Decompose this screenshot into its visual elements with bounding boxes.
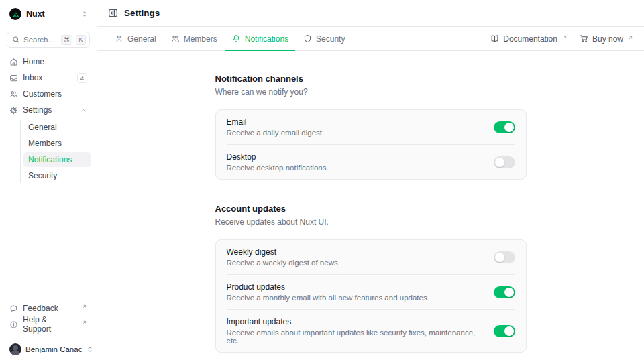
external-link-icon (82, 320, 87, 325)
cart-icon (580, 34, 588, 43)
external-link-icon (628, 35, 633, 40)
workspace-name: Nuxt (26, 9, 76, 19)
sidebar-item-label: Settings (23, 105, 75, 115)
nuxt-logo-icon (9, 8, 21, 20)
users-icon (9, 90, 18, 99)
gear-icon (9, 106, 18, 115)
sidebar-item-members[interactable]: Members (23, 136, 91, 151)
chevron-up-icon (80, 107, 87, 114)
link-label: Buy now (592, 34, 623, 44)
section-title: Notification channels (215, 74, 527, 84)
setting-label: Important updates (227, 317, 483, 326)
section-notification-channels: Notification channels Where can we notif… (215, 74, 527, 180)
setting-description: Receive a daily email digest. (227, 129, 483, 137)
speech-bubble-icon (9, 304, 18, 313)
sidebar-item-customers[interactable]: Customers (5, 86, 91, 101)
buy-now-link[interactable]: Buy now (580, 34, 633, 44)
setting-texts: Product updates Receive a monthly email … (227, 282, 483, 302)
tab-label: Security (316, 34, 345, 44)
panel-left-close-icon (108, 8, 118, 18)
important-updates-toggle[interactable] (494, 325, 515, 337)
sidebar-item-inbox[interactable]: Inbox 4 (5, 70, 91, 85)
settings-column: Notification channels Where can we notif… (215, 74, 527, 353)
setting-description: Receive a monthly email with all new fea… (227, 294, 483, 302)
chevron-updown-icon (80, 10, 89, 18)
user-menu[interactable]: Benjamin Canac (5, 337, 91, 357)
user-name: Benjamin Canac (25, 345, 82, 353)
inbox-count-badge: 4 (77, 73, 87, 83)
sidebar-item-label: Home (23, 57, 87, 66)
email-toggle[interactable] (494, 121, 515, 133)
setting-description: Receive a weekly digest of news. (227, 259, 483, 267)
setting-label: Email (227, 117, 483, 127)
setting-texts: Desktop Receive desktop notifications. (227, 152, 483, 172)
sidebar-item-general[interactable]: General (23, 120, 91, 135)
workspace-switcher[interactable]: Nuxt (5, 7, 91, 21)
search-input[interactable]: Search... ⌘ K (7, 32, 90, 48)
setting-description: Receive emails about important updates l… (227, 328, 483, 345)
home-icon (9, 58, 18, 66)
setting-row-desktop: Desktop Receive desktop notifications. (216, 145, 526, 179)
tab-label: Notifications (245, 34, 288, 44)
sidebar-item-feedback[interactable]: Feedback (5, 301, 91, 316)
section-subtitle: Receive updates about Nuxt UI. (215, 217, 527, 227)
settings-card: Email Receive a daily email digest. Desk… (215, 109, 527, 180)
setting-row-important-updates: Important updates Receive emails about i… (216, 310, 526, 352)
inbox-icon (9, 74, 18, 82)
bell-icon (232, 34, 241, 43)
sidebar-item-security[interactable]: Security (23, 168, 91, 183)
content-scroll-area[interactable]: Notification channels Where can we notif… (97, 51, 644, 362)
sidebar-item-label: Feedback (23, 304, 76, 313)
settings-sub-list: General Members Notifications Security (20, 120, 91, 183)
search-placeholder: Search... (23, 36, 58, 44)
setting-texts: Weekly digest Receive a weekly digest of… (227, 247, 483, 267)
sidebar-item-home[interactable]: Home (5, 54, 91, 69)
section-account-updates: Account updates Receive updates about Nu… (215, 204, 527, 353)
settings-card: Weekly digest Receive a weekly digest of… (215, 239, 527, 353)
external-link-icon (562, 35, 568, 40)
setting-label: Product updates (227, 282, 483, 292)
weekly-digest-toggle[interactable] (494, 251, 515, 263)
sidebar-item-label: Help & Support (23, 315, 76, 334)
book-icon (490, 34, 499, 43)
section-title: Account updates (215, 204, 527, 214)
main-area: Settings General Members Notifications S… (97, 0, 644, 362)
setting-texts: Email Receive a daily email digest. (227, 117, 483, 137)
sidebar-item-settings[interactable]: Settings (5, 103, 91, 117)
info-icon (9, 320, 18, 329)
sidebar-item-help-support[interactable]: Help & Support (5, 317, 91, 332)
person-icon (115, 34, 123, 43)
setting-label: Weekly digest (227, 247, 483, 257)
tab-label: General (127, 34, 156, 44)
section-subtitle: Where can we notify you? (215, 87, 527, 97)
header-links: Documentation Buy now (490, 27, 633, 50)
sidebar: Nuxt Search... ⌘ K Home Inbox 4 Customer… (0, 0, 97, 362)
desktop-toggle[interactable] (494, 156, 515, 168)
collapse-sidebar-button[interactable] (108, 8, 118, 18)
setting-row-product-updates: Product updates Receive a monthly email … (216, 275, 526, 309)
setting-texts: Important updates Receive emails about i… (227, 317, 483, 345)
sidebar-spacer (5, 183, 91, 301)
chevron-updown-icon (86, 345, 94, 353)
setting-row-weekly-digest: Weekly digest Receive a weekly digest of… (216, 240, 526, 274)
tab-notifications[interactable]: Notifications (225, 27, 295, 51)
sidebar-nav: Home Inbox 4 Customers Settings General … (5, 54, 91, 183)
sidebar-item-notifications[interactable]: Notifications (23, 152, 91, 167)
sidebar-item-label: Inbox (23, 73, 72, 82)
shield-icon (303, 34, 312, 43)
documentation-link[interactable]: Documentation (490, 34, 568, 44)
tab-members[interactable]: Members (164, 27, 224, 51)
link-label: Documentation (503, 34, 557, 44)
tab-label: Members (184, 34, 217, 44)
sidebar-footer-nav: Feedback Help & Support (5, 301, 91, 332)
search-icon (12, 36, 20, 44)
users-icon (171, 34, 180, 43)
tabs: General Members Notifications Security (108, 27, 352, 50)
kbd-k: K (76, 35, 86, 45)
setting-label: Desktop (227, 152, 483, 162)
product-updates-toggle[interactable] (494, 286, 515, 298)
tab-general[interactable]: General (108, 27, 163, 51)
tab-security[interactable]: Security (297, 27, 352, 51)
page-title: Settings (124, 8, 160, 18)
external-link-icon (82, 304, 87, 309)
